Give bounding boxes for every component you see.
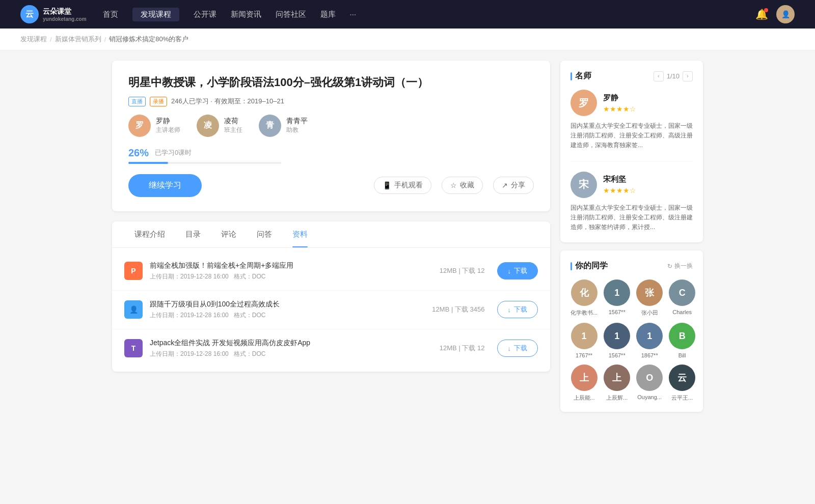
classmate-name-7: Bill [669, 352, 695, 358]
classmate-avatar-9: 上 [604, 365, 630, 391]
classmate-name-10: Ouyang... [636, 394, 663, 400]
sidebar-teacher-stars-0: ★★★★☆ [603, 105, 636, 113]
classmate-avatar-1: 1 [604, 279, 630, 306]
classmate-4[interactable]: 1 1767** [570, 323, 597, 358]
resource-item-1: 👤 跟随千万级项目从0到100全过程高效成长 上传日期：2019-12-28 1… [112, 291, 550, 329]
classmate-8[interactable]: 上 上辰能... [570, 365, 597, 402]
resource-icon-2: T [124, 339, 143, 357]
badge-rec: 录播 [150, 97, 167, 106]
tab-qa[interactable]: 问答 [247, 221, 282, 247]
resource-meta-1: 上传日期：2019-12-28 16:00 格式：DOC [150, 311, 432, 320]
nav-item-quiz[interactable]: 题库 [320, 8, 336, 21]
tab-resources[interactable]: 资料 [282, 221, 318, 247]
classmate-name-1: 1567** [604, 309, 630, 315]
resource-stats-0: 12MB | 下载 12 [440, 266, 485, 275]
sidebar-teacher-avatar-0: 罗 [570, 90, 597, 116]
classmate-2[interactable]: 张 张小田 [636, 279, 663, 317]
classmate-7[interactable]: B Bill [669, 323, 695, 358]
pager-prev[interactable]: ‹ [654, 71, 664, 81]
refresh-button[interactable]: ↻ 换一换 [667, 262, 693, 270]
classmate-name-9: 上辰辉... [604, 394, 630, 402]
resource-icon-0: P [124, 262, 143, 280]
teachers-pager: ‹ 1/10 › [654, 71, 693, 81]
classmate-avatar-5: 1 [604, 323, 630, 349]
classmate-0[interactable]: 化 化学教书... [570, 279, 597, 317]
collect-button[interactable]: ☆ 收藏 [442, 177, 483, 194]
breadcrumb-item-discover[interactable]: 发现课程 [20, 35, 47, 44]
nav-right: 🔔 👤 [755, 5, 795, 23]
course-meta: 246人已学习 · 有效期至：2019–10–21 [171, 97, 284, 106]
classmate-1[interactable]: 1 1567** [604, 279, 630, 317]
nav-item-home[interactable]: 首页 [103, 8, 118, 21]
classmate-10[interactable]: O Ouyang... [636, 365, 663, 402]
classmate-11[interactable]: 云 云平王... [669, 365, 695, 402]
breadcrumb-item-series[interactable]: 新媒体营销系列 [55, 35, 101, 44]
tab-catalog[interactable]: 目录 [175, 221, 211, 247]
tab-review[interactable]: 评论 [211, 221, 247, 247]
resource-name-0: 前端全栈加强版！前端全栈+全周期+多端应用 [150, 261, 440, 270]
notification-dot [764, 8, 768, 12]
resource-meta-2: 上传日期：2019-12-28 16:00 格式：DOC [150, 350, 440, 358]
classmate-name-0: 化学教书... [570, 309, 597, 317]
teacher-avatar-1: 凌 [197, 115, 219, 137]
mobile-icon: 📱 [383, 181, 391, 189]
sidebar-teacher-1: 宋 宋利坚 ★★★★☆ 国内某重点大学安全工程专业硕士，国家一级注册消防工程师、… [570, 172, 693, 233]
nav-item-open[interactable]: 公开课 [194, 8, 216, 21]
teacher-role-1: 班主任 [224, 126, 242, 134]
download-button-2[interactable]: ↓ 下载 [497, 340, 538, 357]
nav-item-more[interactable]: ··· [350, 8, 357, 21]
classmate-avatar-6: 1 [636, 323, 663, 349]
nav-item-qa[interactable]: 问答社区 [276, 8, 306, 21]
teachers-widget: 名师 ‹ 1/10 › 罗 罗静 ★★★★☆ 国内某重点大学安 [560, 61, 703, 242]
logo-text: 云朵课堂 [43, 7, 87, 16]
classmate-avatar-7: B [669, 323, 695, 349]
teacher-item-2: 青 青青平 助教 [259, 115, 308, 137]
resources-list: P 前端全栈加强版！前端全栈+全周期+多端应用 上传日期：2019-12-28 … [112, 248, 550, 372]
progress-label: 已学习0课时 [155, 148, 192, 157]
course-badges: 直播 录播 246人已学习 · 有效期至：2019–10–21 [128, 97, 534, 106]
action-buttons: 📱 手机观看 ☆ 收藏 ↗ 分享 [374, 177, 534, 194]
logo[interactable]: 云 云朵课堂 yundoketang.com [20, 5, 87, 23]
classmate-name-5: 1567** [604, 352, 630, 358]
resource-meta-0: 上传日期：2019-12-28 16:00 格式：DOC [150, 272, 440, 281]
download-icon-0: ↓ [508, 267, 511, 275]
nav-item-discover[interactable]: 发现课程 [132, 8, 179, 21]
classmate-avatar-2: 张 [636, 279, 663, 306]
tab-intro[interactable]: 课程介绍 [124, 221, 175, 247]
sidebar-teacher-name-1: 宋利坚 [603, 175, 636, 184]
star-icon: ☆ [450, 181, 457, 189]
classmate-name-11: 云平王... [669, 394, 695, 402]
share-button[interactable]: ↗ 分享 [493, 177, 534, 194]
resource-name-1: 跟随千万级项目从0到100全过程高效成长 [150, 300, 432, 309]
course-title: 明星中教授课，小学阶段语法100分–强化级第1讲动词（一） [128, 75, 534, 91]
classmates-title: 你的同学 [570, 261, 608, 271]
download-button-0[interactable]: ↓ 下载 [497, 262, 538, 279]
progress-bar-fill [128, 162, 168, 164]
classmate-avatar-0: 化 [571, 279, 597, 306]
content-left: 明星中教授课，小学阶段语法100分–强化级第1讲动词（一） 直播 录播 246人… [112, 61, 550, 420]
classmate-6[interactable]: 1 1867** [636, 323, 663, 358]
notification-bell[interactable]: 🔔 [755, 8, 768, 20]
classmate-9[interactable]: 上 上辰辉... [604, 365, 630, 402]
classmate-avatar-10: O [636, 365, 663, 391]
user-avatar[interactable]: 👤 [776, 5, 795, 23]
classmate-avatar-11: 云 [669, 365, 695, 391]
resource-stats-2: 12MB | 下载 12 [440, 344, 485, 353]
resource-icon-1: 👤 [124, 300, 143, 319]
resource-name-2: Jetpack全组件实战 开发短视频应用高仿皮皮虾App [150, 339, 440, 348]
classmate-3[interactable]: C Charles [669, 279, 695, 317]
course-card: 明星中教授课，小学阶段语法100分–强化级第1讲动词（一） 直播 录播 246人… [112, 61, 550, 211]
pager-next[interactable]: › [683, 71, 693, 81]
tabs-header: 课程介绍 目录 评论 问答 资料 [112, 221, 550, 248]
sidebar-teacher-avatar-1: 宋 [570, 172, 597, 198]
nav-item-news[interactable]: 新闻资讯 [231, 8, 261, 21]
teacher-avatar-2: 青 [259, 115, 281, 137]
download-icon-2: ↓ [508, 345, 511, 352]
sidebar-right: 名师 ‹ 1/10 › 罗 罗静 ★★★★☆ 国内某重点大学安 [560, 61, 703, 420]
continue-button[interactable]: 继续学习 [128, 174, 202, 197]
mobile-watch-button[interactable]: 📱 手机观看 [374, 177, 431, 194]
classmate-5[interactable]: 1 1567** [604, 323, 630, 358]
sidebar-teacher-name-0: 罗静 [603, 93, 636, 103]
download-button-1[interactable]: ↓ 下载 [497, 301, 538, 318]
nav-items: 首页 发现课程 公开课 新闻资讯 问答社区 题库 ··· [103, 8, 739, 21]
